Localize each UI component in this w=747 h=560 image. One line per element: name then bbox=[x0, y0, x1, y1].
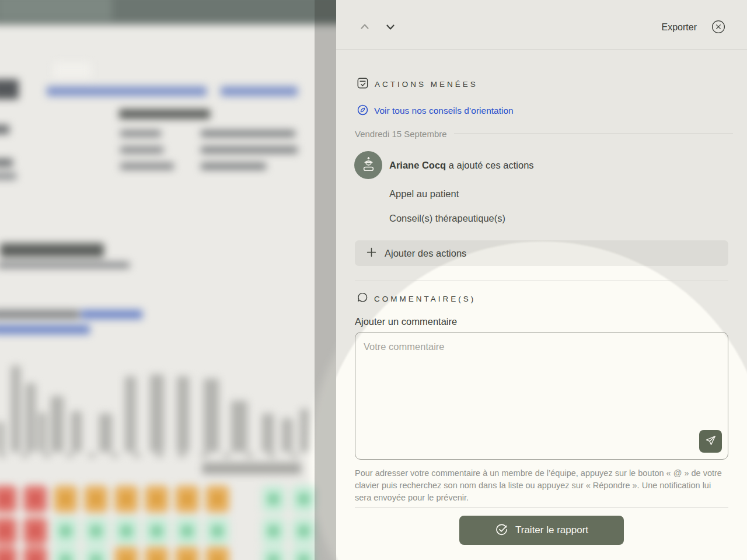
topbar-divider bbox=[336, 49, 747, 50]
report-form-icon bbox=[357, 77, 369, 92]
screen: Exporter ACTIONS MENÉES bbox=[0, 0, 747, 560]
add-actions-label: Ajouter des actions bbox=[385, 248, 466, 259]
author-suffix: a ajouté ces actions bbox=[446, 160, 533, 170]
comments-section-header: COMMENTAIRE(S) bbox=[357, 292, 476, 306]
actions-section-header: ACTIONS MENÉES bbox=[357, 77, 478, 92]
date-separator: Vendredi 15 Septembre bbox=[355, 129, 733, 139]
report-side-panel: Exporter ACTIONS MENÉES bbox=[336, 0, 747, 560]
chevron-up-icon bbox=[358, 20, 372, 36]
actions-section-title: ACTIONS MENÉES bbox=[375, 80, 478, 89]
mention-helper-text: Pour adresser votre commentaire à un mem… bbox=[355, 467, 729, 504]
close-panel-button[interactable] bbox=[711, 20, 726, 35]
process-report-button[interactable]: Traiter le rapport bbox=[459, 516, 624, 545]
section-divider bbox=[355, 281, 728, 281]
footer-divider bbox=[355, 507, 728, 508]
comment-box bbox=[355, 332, 728, 460]
date-label: Vendredi 15 Septembre bbox=[355, 129, 447, 139]
date-separator-line bbox=[454, 134, 733, 134]
orientation-advice-label: Voir tous nos conseils d’orientation bbox=[374, 106, 514, 116]
orientation-advice-link[interactable]: Voir tous nos conseils d’orientation bbox=[357, 104, 514, 118]
panel-edge-shadow bbox=[315, 0, 336, 560]
next-report-button[interactable] bbox=[383, 20, 398, 35]
send-comment-button[interactable] bbox=[699, 430, 722, 453]
close-icon bbox=[711, 20, 725, 36]
comment-textarea[interactable] bbox=[355, 332, 728, 460]
action-item: Conseil(s) thérapeutique(s) bbox=[389, 213, 505, 224]
pharmacist-icon bbox=[361, 156, 376, 174]
check-circle-icon bbox=[495, 523, 508, 538]
previous-report-button[interactable] bbox=[357, 20, 372, 35]
chevron-down-icon bbox=[383, 20, 397, 36]
author-row: Ariane Cocq a ajouté ces actions bbox=[354, 151, 534, 179]
author-name: Ariane Cocq bbox=[389, 160, 446, 170]
chat-bubble-icon bbox=[357, 292, 368, 306]
compass-icon bbox=[357, 104, 369, 118]
process-report-label: Traiter le rapport bbox=[515, 524, 588, 536]
send-icon bbox=[704, 435, 717, 449]
export-button[interactable]: Exporter bbox=[662, 22, 697, 33]
plus-icon bbox=[366, 247, 377, 260]
action-item: Appel au patient bbox=[389, 188, 459, 200]
author-avatar bbox=[354, 151, 382, 179]
add-comment-label: Ajouter un commentaire bbox=[355, 316, 457, 327]
comments-section-title: COMMENTAIRE(S) bbox=[374, 295, 476, 303]
author-line: Ariane Cocq a ajouté ces actions bbox=[389, 160, 534, 171]
add-actions-button[interactable]: Ajouter des actions bbox=[355, 240, 728, 266]
panel-topbar: Exporter bbox=[336, 0, 747, 49]
